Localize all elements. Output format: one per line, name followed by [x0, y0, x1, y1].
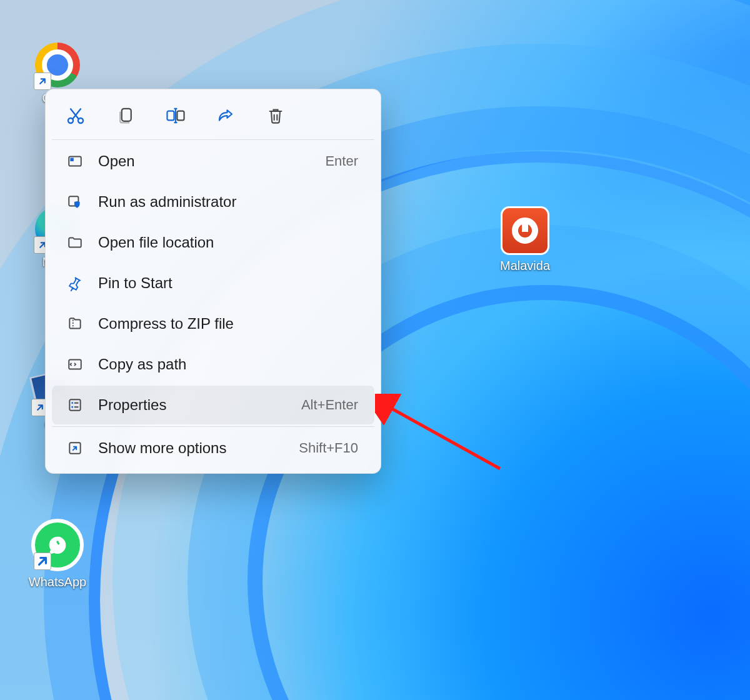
menu-item-label: Pin to Start — [98, 274, 344, 292]
menu-item-label: Run as administrator — [98, 193, 344, 211]
path-icon — [66, 355, 84, 374]
folder-icon — [66, 233, 84, 252]
svg-rect-7 — [70, 158, 73, 161]
menu-item-label: Properties — [98, 396, 288, 414]
menu-item-run-admin[interactable]: Run as administrator — [52, 182, 374, 221]
rename-icon — [166, 106, 186, 125]
menu-item-compress-zip[interactable]: Compress to ZIP file — [52, 304, 374, 343]
menu-item-label: Copy as path — [98, 356, 344, 373]
desktop-icon-label: WhatsApp — [20, 575, 95, 589]
delete-button[interactable] — [263, 103, 288, 128]
zip-icon — [66, 314, 84, 333]
menu-item-copy-path[interactable]: Copy as path — [52, 345, 374, 384]
power-icon — [501, 206, 549, 255]
menu-item-properties[interactable]: Properties Alt+Enter — [52, 386, 374, 424]
context-menu: Open Enter Run as administrator Open fil… — [45, 89, 381, 474]
open-icon — [66, 152, 84, 171]
desktop-icon-whatsapp[interactable]: WhatsApp — [20, 519, 95, 589]
menu-item-label: Show more options — [98, 439, 285, 457]
menu-item-label: Open — [98, 152, 311, 170]
svg-line-14 — [388, 406, 500, 469]
svg-rect-4 — [167, 111, 174, 121]
menu-item-accel: Shift+F10 — [299, 440, 358, 456]
delete-icon — [267, 106, 284, 125]
desktop-icon-malavida[interactable]: Malavida — [488, 206, 562, 273]
cut-button[interactable] — [63, 103, 88, 128]
annotation-arrow — [375, 394, 512, 481]
svg-rect-5 — [177, 111, 184, 121]
shield-icon — [66, 192, 84, 211]
shortcut-overlay-icon — [34, 72, 51, 90]
menu-item-open-location[interactable]: Open file location — [52, 223, 374, 262]
context-menu-toolbar — [46, 89, 381, 139]
pin-icon — [66, 274, 84, 292]
whatsapp-icon — [31, 519, 84, 571]
menu-item-label: Open file location — [98, 234, 344, 251]
menu-item-accel: Alt+Enter — [301, 397, 358, 413]
shortcut-overlay-icon — [34, 552, 51, 570]
menu-item-accel: Enter — [325, 153, 358, 169]
copy-icon — [116, 106, 135, 125]
menu-item-show-more[interactable]: Show more options Shift+F10 — [52, 429, 374, 468]
menu-item-pin-start[interactable]: Pin to Start — [52, 264, 374, 302]
desktop-icon-label: Malavida — [488, 259, 562, 273]
svg-point-12 — [71, 406, 73, 408]
share-button[interactable] — [213, 103, 238, 128]
cut-icon — [66, 106, 86, 126]
share-icon — [216, 106, 236, 125]
rename-button[interactable] — [163, 103, 188, 128]
copy-button[interactable] — [113, 103, 138, 128]
svg-point-11 — [71, 402, 73, 404]
properties-icon — [66, 396, 84, 414]
svg-rect-3 — [122, 109, 131, 121]
menu-item-label: Compress to ZIP file — [98, 315, 344, 332]
chrome-icon — [35, 42, 80, 88]
more-icon — [66, 439, 84, 458]
menu-item-open[interactable]: Open Enter — [52, 142, 374, 181]
desktop[interactable]: Goog Micro Ora Vir WhatsApp — [0, 0, 750, 700]
svg-rect-10 — [69, 399, 80, 410]
